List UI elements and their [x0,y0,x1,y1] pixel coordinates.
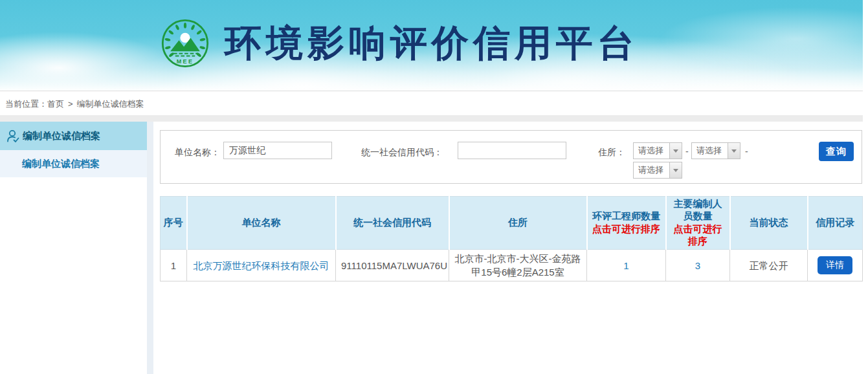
cell-index: 1 [161,250,187,281]
address-province-select[interactable]: 请选择 [633,142,682,159]
address-label: 住所： [598,147,625,159]
sidebar-subitem-label: 编制单位诚信档案 [22,158,100,170]
col-header-index: 序号 [161,197,187,250]
sidebar-main-divider [147,122,153,374]
address-dash-2: - [745,146,748,157]
col-header-engineer-count-sortable[interactable]: 环评工程师数量 点击可进行排序 [587,197,666,250]
chevron-down-icon[interactable] [669,162,682,178]
unit-name-input[interactable] [223,142,332,159]
engineer-sort-hint[interactable]: 点击可进行排序 [590,223,663,236]
breadcrumb-separator: > [68,99,73,109]
district-select-value: 请选择 [634,164,669,176]
table-header-row: 序号 单位名称 统一社会信用代码 住所 环评工程师数量 点击可进行排序 主要编制… [161,197,863,250]
sidebar: 编制单位诚信档案 编制单位诚信档案 [0,122,147,374]
page: MEE 环境影响评价信用平台 当前位置：首页>编制单位诚信档案 编制单位诚信档案… [0,0,868,374]
user-check-icon [5,128,21,144]
page-title: 环境影响评价信用平台 [225,17,639,69]
breadcrumb-home-link[interactable]: 首页 [47,99,64,109]
address-dash-1: - [685,146,689,157]
credit-code-label: 统一社会信用代码： [361,147,443,159]
staff-count-link[interactable]: 3 [695,260,700,271]
sidebar-item-unit-credit-archive[interactable]: 编制单位诚信档案 [0,122,147,150]
breadcrumb: 当前位置：首页>编制单位诚信档案 [5,98,144,110]
table-row: 1 北京万源世纪环保科技有限公司 91110115MA7LWUA76U 北京市-… [161,250,863,281]
engineer-count-label: 环评工程师数量 [592,210,660,221]
chevron-down-icon[interactable] [669,143,682,159]
mee-logo-icon: MEE [161,17,210,69]
address-district-select[interactable]: 请选择 [633,162,682,179]
cell-status: 正常公开 [730,250,808,281]
sidebar-item-label: 编制单位诚信档案 [23,130,100,142]
engineer-count-link[interactable]: 1 [623,260,629,271]
col-header-staff-count-sortable[interactable]: 主要编制人员数量 点击可进行排序 [666,197,730,250]
staff-sort-hint[interactable]: 点击可进行排序 [669,223,727,248]
cell-credit-code: 91110115MA7LWUA76U [336,250,449,281]
address-city-select[interactable]: 请选择 [691,142,740,159]
col-header-unit-name: 单位名称 [187,197,336,250]
chevron-down-icon[interactable] [728,143,740,159]
credit-code-input[interactable] [458,142,566,159]
svg-text:MEE: MEE [177,58,194,65]
detail-button[interactable]: 详情 [818,256,852,274]
col-header-status: 当前状态 [730,197,808,250]
breadcrumb-prefix: 当前位置： [5,99,47,109]
breadcrumb-current: 编制单位诚信档案 [77,99,144,109]
query-button[interactable]: 查询 [819,142,854,161]
result-table: 序号 单位名称 统一社会信用代码 住所 环评工程师数量 点击可进行排序 主要编制… [160,196,863,281]
col-header-credit-record: 信用记录 [808,197,863,250]
col-header-credit-code: 统一社会信用代码 [336,197,449,250]
unit-name-label: 单位名称： [175,147,220,159]
col-header-address: 住所 [449,197,587,250]
unit-name-link[interactable]: 北京万源世纪环保科技有限公司 [194,260,329,271]
sidebar-subitem-unit-credit-archive[interactable]: 编制单位诚信档案 [0,150,147,177]
divider-strip [0,115,863,122]
province-select-value: 请选择 [634,145,669,157]
city-select-value: 请选择 [692,145,728,157]
staff-count-label: 主要编制人员数量 [674,198,722,221]
site-header: MEE 环境影响评价信用平台 [0,0,863,91]
breadcrumb-bar: 当前位置：首页>编制单位诚信档案 [0,91,863,115]
cell-address: 北京市-北京市-大兴区-金苑路甲15号6幢2层A215室 [449,250,587,281]
